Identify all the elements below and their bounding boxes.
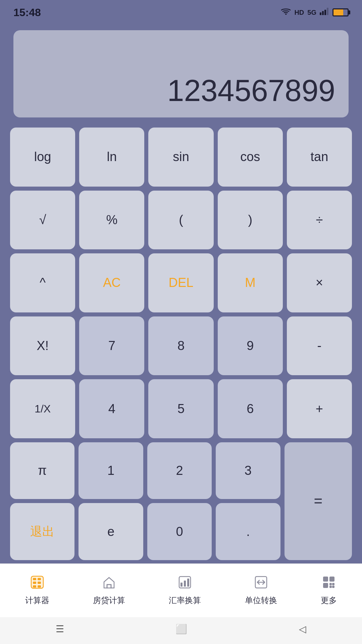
ln-button[interactable]: ln xyxy=(79,128,144,187)
svg-rect-16 xyxy=(187,579,189,587)
status-time: 15:48 xyxy=(13,6,41,19)
bottom-nav: 计算器 房贷计算 汇率换算 xyxy=(0,563,362,617)
button-row-4: X! 7 8 9 - xyxy=(10,316,352,376)
calculator-keypad: log ln sin cos tan √ % ( ) ÷ ^ AC DEL M … xyxy=(0,128,362,563)
svg-rect-11 xyxy=(33,585,36,588)
svg-rect-9 xyxy=(33,582,36,584)
nav-units-label: 单位转换 xyxy=(245,595,277,606)
two-button[interactable]: 2 xyxy=(147,442,212,499)
signal-icon xyxy=(320,8,329,17)
plus-button[interactable]: + xyxy=(287,379,352,438)
euler-button[interactable]: e xyxy=(79,503,143,560)
button-row-3: ^ AC DEL M × xyxy=(10,253,352,312)
five-button[interactable]: 5 xyxy=(148,379,213,438)
svg-rect-12 xyxy=(38,585,41,588)
nav-exchange-label: 汇率换算 xyxy=(169,595,201,606)
zero-button[interactable]: 0 xyxy=(147,503,212,560)
four-button[interactable]: 4 xyxy=(79,379,144,438)
nav-exchange[interactable]: 汇率换算 xyxy=(162,572,208,609)
cos-button[interactable]: cos xyxy=(218,128,283,187)
lparen-button[interactable]: ( xyxy=(148,191,213,250)
bottom-rows: π 1 2 3 退出 e 0 . = xyxy=(10,442,352,560)
svg-point-0 xyxy=(285,13,287,15)
nav-more[interactable]: 更多 xyxy=(314,572,344,609)
del-button[interactable]: DEL xyxy=(148,253,213,312)
svg-rect-19 xyxy=(329,577,334,582)
5g-icon: 5G xyxy=(307,9,316,16)
svg-rect-24 xyxy=(332,586,334,588)
sqrt-button[interactable]: √ xyxy=(10,191,75,250)
nav-mortgage-label: 房贷计算 xyxy=(93,595,125,606)
six-button[interactable]: 6 xyxy=(218,379,283,438)
button-row-5: 1/X 4 5 6 + xyxy=(10,379,352,438)
svg-rect-14 xyxy=(180,583,183,587)
menu-icon[interactable]: ☰ xyxy=(56,624,64,635)
multiply-button[interactable]: × xyxy=(287,253,352,312)
svg-rect-3 xyxy=(324,10,326,15)
nav-mortgage[interactable]: 房贷计算 xyxy=(86,572,132,609)
svg-rect-21 xyxy=(329,583,332,585)
button-row-7: 退出 e 0 . xyxy=(10,503,280,560)
power-button[interactable]: ^ xyxy=(10,253,75,312)
nav-more-label: 更多 xyxy=(321,595,337,606)
button-row-6: π 1 2 3 xyxy=(10,442,280,499)
exit-button[interactable]: 退出 xyxy=(10,503,74,560)
seven-button[interactable]: 7 xyxy=(79,316,144,376)
home-icon[interactable]: ⬜ xyxy=(175,624,187,635)
svg-rect-7 xyxy=(33,578,36,580)
hd-icon: HD xyxy=(294,9,304,16)
status-icons: HD 5G xyxy=(281,8,349,17)
eight-button[interactable]: 8 xyxy=(148,316,213,376)
reciprocal-button[interactable]: 1/X xyxy=(10,379,75,438)
svg-rect-23 xyxy=(329,586,332,588)
svg-rect-18 xyxy=(323,577,328,582)
mortgage-nav-icon xyxy=(102,575,116,592)
nine-button[interactable]: 9 xyxy=(218,316,283,376)
system-nav-bar: ☰ ⬜ ◁ xyxy=(0,617,362,644)
tan-button[interactable]: tan xyxy=(287,128,352,187)
three-button[interactable]: 3 xyxy=(216,442,280,499)
button-row-2: √ % ( ) ÷ xyxy=(10,191,352,250)
status-bar: 15:48 HD 5G xyxy=(0,0,362,23)
svg-rect-4 xyxy=(327,8,328,15)
equals-button[interactable]: = xyxy=(285,442,352,560)
svg-rect-15 xyxy=(184,581,186,587)
svg-rect-10 xyxy=(38,582,41,584)
nav-units[interactable]: 单位转换 xyxy=(238,572,284,609)
battery-icon xyxy=(332,8,349,16)
sin-button[interactable]: sin xyxy=(148,128,213,187)
left-bottom-cols: π 1 2 3 退出 e 0 . xyxy=(10,442,280,560)
display-value: 1234567899 xyxy=(167,74,335,107)
one-button[interactable]: 1 xyxy=(79,442,143,499)
pi-button[interactable]: π xyxy=(10,442,74,499)
mem-button[interactable]: M xyxy=(218,253,283,312)
divide-button[interactable]: ÷ xyxy=(287,191,352,250)
svg-rect-22 xyxy=(332,583,334,585)
nav-calculator[interactable]: 计算器 xyxy=(18,572,56,609)
wifi-icon xyxy=(281,8,291,17)
units-nav-icon xyxy=(254,575,268,592)
svg-rect-8 xyxy=(38,578,41,580)
rparen-button[interactable]: ) xyxy=(218,191,283,250)
calculator-nav-icon xyxy=(30,575,44,592)
ac-button[interactable]: AC xyxy=(79,253,144,312)
percent-button[interactable]: % xyxy=(79,191,144,250)
exchange-nav-icon xyxy=(178,575,192,592)
more-nav-icon xyxy=(322,575,336,592)
factorial-button[interactable]: X! xyxy=(10,316,75,376)
log-button[interactable]: log xyxy=(10,128,75,187)
nav-calculator-label: 计算器 xyxy=(25,595,49,606)
display-screen: 1234567899 xyxy=(13,30,349,117)
back-icon[interactable]: ◁ xyxy=(299,624,306,635)
minus-button[interactable]: - xyxy=(287,316,352,376)
svg-rect-1 xyxy=(320,12,321,15)
dot-button[interactable]: . xyxy=(216,503,280,560)
svg-rect-2 xyxy=(322,11,324,15)
button-row-1: log ln sin cos tan xyxy=(10,128,352,187)
svg-rect-20 xyxy=(323,583,328,588)
